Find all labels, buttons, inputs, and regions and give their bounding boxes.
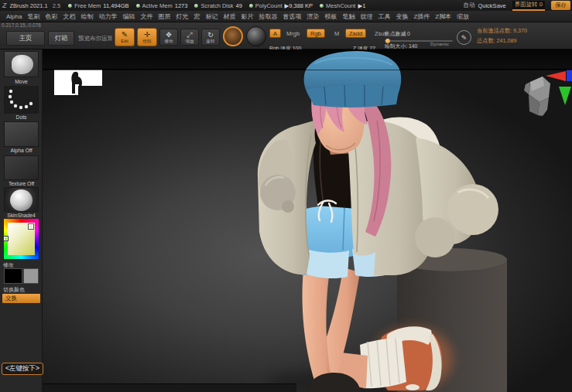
menu-item[interactable]: 模板 [324, 12, 337, 21]
live-boolean-toggle[interactable]: 预览布尔运算 [78, 35, 113, 43]
status-led-icon [136, 4, 140, 8]
hue-selector-icon [4, 237, 8, 240]
draw-icon: ✛ [144, 31, 150, 39]
scale-gizmo-button[interactable]: ⤢ 缩放 [180, 29, 199, 46]
swap-color-button[interactable]: 交换 [2, 294, 40, 303]
status-stat: Free Mem11,494GB [68, 2, 128, 9]
home-button[interactable]: 主页 [6, 31, 45, 46]
brush-preview-icon[interactable] [223, 26, 243, 46]
status-led-icon [249, 4, 253, 8]
move-icon: ✥ [166, 32, 172, 39]
mrgb-toggle[interactable]: Mrgb [286, 30, 300, 37]
material-sphere-icon [10, 189, 33, 211]
status-stat: Scratch Disk49 [194, 2, 241, 9]
material-thumbnail[interactable] [4, 187, 39, 212]
status-stat: PolyCount▶9,388 KP [249, 2, 313, 9]
color-picker-gradient[interactable] [8, 223, 35, 255]
zadd-toggle[interactable]: Zadd [345, 29, 366, 38]
menu-item[interactable]: Alpha [6, 13, 22, 20]
menu-item[interactable]: 绘制 [80, 12, 93, 21]
menu-item[interactable]: 缩放 [457, 12, 469, 21]
material-label: SkinShade4 [0, 213, 43, 218]
texture-thumbnail[interactable] [4, 155, 39, 180]
menu-item[interactable]: 笔触 [342, 12, 355, 21]
menu-bar: Alpha笔刷色彩文档绘制动力学编辑文件图层灯光宏标记材质影片拾取器首选项渲染模… [0, 11, 572, 22]
menu-item[interactable]: 变换 [396, 12, 408, 21]
right-arm [415, 138, 498, 257]
texture-label: Texture Off [0, 181, 43, 186]
tool-label: Move [0, 79, 43, 84]
m-toggle[interactable]: M [334, 30, 339, 37]
total-points-readout: 总点数: 241,089 [477, 37, 517, 45]
sculptris-pro-button[interactable]: ✎ [457, 30, 471, 45]
auto-label: 自动 [463, 2, 474, 9]
menu-item[interactable]: 宏 [194, 12, 200, 21]
rgb-toggle[interactable]: Rgb [307, 29, 325, 38]
material-preview-icon[interactable] [246, 26, 266, 46]
stroke-thumbnail[interactable] [4, 86, 39, 114]
axis-z-icon[interactable] [567, 70, 572, 81]
menu-item[interactable]: Z插件 [413, 12, 430, 21]
menu-item[interactable]: 拾取器 [259, 12, 277, 21]
move-gizmo-button[interactable]: ✥ 移动 [159, 29, 178, 46]
edit-button[interactable]: ✎ Edit [115, 28, 135, 46]
menu-item[interactable]: 文档 [63, 12, 75, 21]
left-tray: Move Dots Alpha Off Texture Off SkinShad… [0, 49, 43, 392]
interface-rotation-slider[interactable]: 界面旋转 0 [512, 1, 545, 11]
alpha-thumbnail[interactable] [4, 121, 39, 147]
menu-item[interactable]: 图层 [158, 12, 170, 21]
menu-item[interactable]: 首选项 [283, 12, 301, 21]
axis-y-icon[interactable] [559, 87, 571, 105]
dots-stroke-icon [5, 87, 38, 113]
menu-item[interactable]: 编辑 [122, 12, 135, 21]
stroke-label: Dots [0, 114, 43, 120]
secondary-color-swatch[interactable] [23, 268, 39, 284]
menu-item[interactable]: 笔刷 [27, 12, 39, 21]
quicksave-button[interactable]: QuickSave [478, 2, 505, 9]
status-led-icon [320, 4, 324, 8]
menu-item[interactable]: 纹理 [360, 12, 372, 21]
dynamic-mode-toggle[interactable]: Dynamic [430, 41, 449, 46]
beanie-hat [304, 51, 402, 107]
active-points-readout: 当前激活点数: 9,370 [477, 27, 527, 35]
title-bar: Z ZBrush 2021.1 2.5 Free Mem11,494GB Act… [0, 0, 572, 11]
memory-stats: Free Mem11,494GB Active Mem1273 Scratch … [68, 2, 372, 9]
status-led-icon [68, 4, 72, 8]
top-shelf: 0.217,0.15,-0.076 主页 灯箱 预览布尔运算 ✎ Edit ✛ … [0, 22, 572, 49]
app-version-extra: 2.5 [53, 2, 60, 9]
main-color-swatch[interactable] [4, 268, 22, 284]
menu-item[interactable]: 渲染 [307, 12, 319, 21]
axis-x-icon[interactable] [546, 71, 566, 81]
current-tool-thumbnail[interactable] [4, 51, 39, 77]
document-canvas[interactable] [43, 49, 572, 392]
switch-color-button[interactable]: 切换颜色 [3, 286, 25, 294]
alpha-mode-chip[interactable]: A [269, 29, 281, 38]
cursor-coordinates: 0.217,0.15,-0.076 [2, 22, 41, 28]
menu-item[interactable]: 色彩 [45, 12, 57, 21]
app-title: ZBrush 2021.1 [10, 2, 48, 9]
menu-item[interactable]: 影片 [241, 12, 253, 21]
menu-item[interactable]: 动力学 [98, 12, 117, 21]
menu-item[interactable]: 文件 [140, 12, 152, 21]
titlebar-right: 自动 QuickSave 界面旋转 0 保存 [463, 0, 570, 11]
edit-icon: ✎ [122, 31, 128, 39]
color-selector-icon [29, 224, 33, 229]
menu-item[interactable]: Z脚本 [435, 12, 451, 21]
menu-item[interactable]: 材质 [223, 12, 235, 21]
scene-3d-view [43, 49, 572, 392]
status-stat: MeshCount▶1 [320, 2, 365, 9]
color-picker[interactable] [4, 219, 39, 259]
menu-item[interactable]: 标记 [205, 12, 217, 21]
lightbox-button[interactable]: 灯箱 [48, 31, 74, 46]
menu-item[interactable]: 灯光 [176, 12, 188, 21]
menu-item[interactable]: 工具 [378, 12, 390, 21]
document-preview-thumbnail[interactable] [54, 70, 102, 97]
bottom-strip [43, 383, 296, 392]
camera-head-preview [524, 77, 550, 116]
draw-button[interactable]: ✛ 绘制 [137, 28, 157, 46]
tool-blob-icon [12, 55, 33, 74]
rotate-icon: ↻ [207, 32, 214, 39]
hint-tooltip: <左键按下> [2, 363, 43, 375]
save-button[interactable]: 保存 [551, 1, 570, 10]
rotate-gizmo-button[interactable]: ↻ 旋转 [201, 29, 220, 46]
